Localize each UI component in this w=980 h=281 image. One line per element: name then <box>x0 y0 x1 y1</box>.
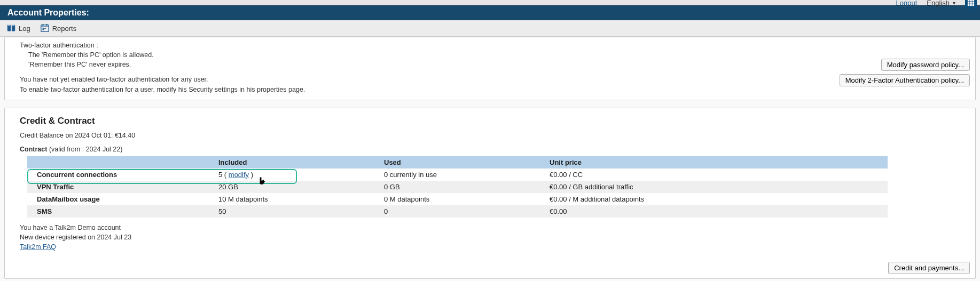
contract-table: Included Used Unit price Concurrent conn… <box>27 156 888 218</box>
th-blank <box>27 156 214 168</box>
book-icon <box>6 23 16 33</box>
two-factor-heading: Two-factor authentication : <box>20 41 966 50</box>
svg-rect-7 <box>970 4 972 6</box>
svg-rect-0 <box>968 0 970 1</box>
table-row: SMS 50 0 €0.00 <box>27 205 888 218</box>
calendar-icon <box>40 23 50 33</box>
row-vpn-included: 20 GB <box>214 181 380 193</box>
contract-line: Contract (valid from : 2024 Jul 22) <box>20 144 966 154</box>
toolbar-log-label: Log <box>19 25 30 33</box>
row-vpn-unit: €0.00 / GB additional traffic <box>545 181 888 193</box>
row-sms-used: 0 <box>380 205 545 218</box>
svg-rect-15 <box>42 29 44 30</box>
credit-payments-button[interactable]: Credit and payments... <box>888 262 970 274</box>
chevron-down-icon: ▾ <box>953 0 955 6</box>
two-factor-panel: Two-factor authentication : The 'Remembe… <box>4 37 976 100</box>
svg-rect-12 <box>46 24 47 26</box>
contract-label: Contract <box>20 146 47 153</box>
talk2m-faq-link[interactable]: Talk2m FAQ <box>20 243 56 251</box>
top-utility-bar: Logout English ▾ <box>0 0 980 5</box>
language-selector[interactable]: English ▾ <box>927 0 955 7</box>
modify-2fa-policy-button[interactable]: Modify 2-Factor Authentication policy... <box>840 74 970 86</box>
two-factor-info2: To enable two-factor authentication for … <box>20 85 966 94</box>
toolbar-log[interactable]: Log <box>6 23 30 33</box>
svg-rect-3 <box>968 2 970 4</box>
row-cc-unit: €0.00 / CC <box>545 168 888 181</box>
row-dm-label: DataMailbox usage <box>27 193 214 205</box>
svg-rect-1 <box>970 0 972 1</box>
grid-icon <box>967 0 975 6</box>
row-cc-included: 5 ( modify ) <box>214 168 380 181</box>
row-sms-label: SMS <box>27 205 214 218</box>
th-included: Included <box>214 156 380 168</box>
contract-valid: (valid from : 2024 Jul 22) <box>47 146 122 153</box>
row-dm-unit: €0.00 / M additional datapoints <box>545 193 888 205</box>
row-sms-unit: €0.00 <box>545 205 888 218</box>
account-note2: New device registered on 2024 Jul 23 <box>20 232 966 242</box>
row-vpn-used: 0 GB <box>380 181 545 193</box>
two-factor-line2: 'Remember this PC' never expires. <box>20 60 966 69</box>
credit-contract-title: Credit & Contract <box>20 116 966 126</box>
toolbar-reports[interactable]: Reports <box>40 23 77 33</box>
svg-rect-4 <box>970 2 972 4</box>
th-used: Used <box>380 156 545 168</box>
logout-link[interactable]: Logout <box>896 0 918 7</box>
svg-rect-6 <box>968 4 970 6</box>
account-note1: You have a Talk2m Demo account <box>20 223 966 232</box>
app-menu-button[interactable] <box>965 0 977 9</box>
credit-balance: Credit Balance on 2024 Oct 01: €14.40 <box>20 131 966 140</box>
svg-rect-11 <box>42 24 43 26</box>
table-row: Concurrent connections 5 ( modify ) 0 cu… <box>27 168 888 181</box>
row-cc-label: Concurrent connections <box>27 168 214 181</box>
svg-rect-5 <box>973 2 975 4</box>
table-row: DataMailbox usage 10 M datapoints 0 M da… <box>27 193 888 205</box>
row-dm-used: 0 M datapoints <box>380 193 545 205</box>
credit-contract-panel: Credit & Contract Credit Balance on 2024… <box>4 108 976 279</box>
toolbar: Log Reports <box>0 20 980 37</box>
modify-connections-link[interactable]: modify <box>229 171 249 179</box>
svg-rect-8 <box>973 4 975 6</box>
table-row: VPN Traffic 20 GB 0 GB €0.00 / GB additi… <box>27 181 888 193</box>
row-sms-included: 50 <box>214 205 380 218</box>
th-unit: Unit price <box>545 156 888 168</box>
row-cc-used: 0 currently in use <box>380 168 545 181</box>
row-vpn-label: VPN Traffic <box>27 181 214 193</box>
page-title: Account Properties: <box>7 8 89 17</box>
modify-password-policy-button[interactable]: Modify password policy... <box>881 59 970 71</box>
svg-rect-13 <box>42 28 44 29</box>
row-dm-included: 10 M datapoints <box>214 193 380 205</box>
two-factor-line1: The 'Remember this PC' option is allowed… <box>20 50 966 60</box>
svg-rect-14 <box>44 28 46 29</box>
two-factor-info1: You have not yet enabled two-factor auth… <box>20 75 966 84</box>
toolbar-reports-label: Reports <box>52 25 77 33</box>
language-label: English <box>927 0 950 7</box>
page-header: Account Properties: <box>0 5 980 20</box>
svg-rect-2 <box>973 0 975 1</box>
